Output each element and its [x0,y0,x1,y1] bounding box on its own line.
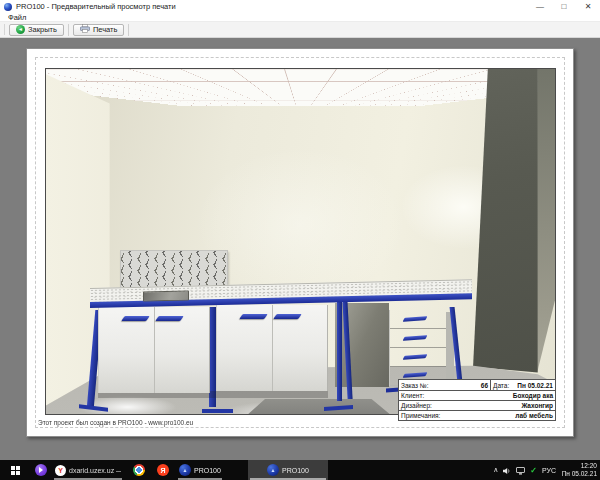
tray-chevron-icon[interactable]: ∧ [493,466,498,474]
base-cabinet-left [98,307,210,393]
title-bar: PRO100 - Предварительный просмотр печати… [0,0,600,13]
desk-leg [337,300,342,401]
antivirus-check-icon[interactable]: ✓ [530,466,537,475]
close-preview-icon: ◄ [16,25,25,34]
maximize-button[interactable]: □ [552,0,576,13]
floor-mat [246,399,392,415]
table-row: Дизайнер: Жахонгир [399,400,555,410]
order-value: 66 [481,382,488,389]
menu-file[interactable]: Файл [5,13,29,22]
designer-cell: Дизайнер: Жахонгир [399,401,555,410]
door-handle [155,316,184,321]
table-row: Заказ №: 66 Дата: Пн 05.02.21 [399,380,555,390]
preview-workspace: Этот проект был создан в PRO100 - www.pr… [0,38,600,460]
order-info-table: Заказ №: 66 Дата: Пн 05.02.21 Клиент: Бо… [398,379,556,421]
table-row: Примечания: лаб мебель [399,410,555,420]
date-cell: Дата: Пн 05.02.21 [491,380,555,390]
ceiling [46,69,555,106]
clock-time: 12:20 [561,462,597,470]
yandex-browser-icon: Я [157,464,169,476]
window-title: PRO100 - Предварительный просмотр печати [16,2,176,11]
drawer-handle [403,316,428,322]
drawer-handle [403,335,428,341]
door-handle [273,314,302,319]
close-button[interactable]: ✕ [576,0,600,13]
browser-window-button[interactable]: Y dxarid.uzex.uz — R... [52,460,124,480]
order-cell: Заказ №: 66 [399,380,491,390]
designer-label: Дизайнер: [401,402,432,409]
drawer-unit [389,310,446,386]
order-label: Заказ №: [401,382,429,389]
toolbar-separator [128,24,129,36]
pro100-icon: ▲ [179,464,191,476]
system-tray: ∧ ✓ РУС 12:20 Пн 05.02.21 [493,460,600,480]
window-controls: — □ ✕ [528,0,600,13]
alice-assistant-button[interactable] [30,460,52,480]
pro100-window-label: PRO100 [194,467,221,474]
preview-page: Этот проект был создан в PRO100 - www.pr… [26,48,574,437]
ceiling-grid [46,69,555,106]
door-handle [121,316,150,321]
language-indicator[interactable]: РУС [542,467,556,474]
sink [143,290,189,301]
client-label: Клиент: [401,392,424,399]
date-label: Дата: [493,382,509,389]
table-row: Клиент: Боходир ака [399,390,555,400]
door-handle [239,314,268,319]
yandex-browser-button[interactable]: Я [152,460,174,480]
printer-icon [80,24,90,35]
chrome-button[interactable] [128,460,150,480]
taskbar-clock[interactable]: 12:20 Пн 05.02.21 [561,462,597,478]
notes-label: Примечания: [401,412,440,419]
toolbar: ◄ Закрыть Печать [0,22,600,38]
notes-cell: Примечания: лаб мебель [399,411,555,420]
client-cell: Клиент: Боходир ака [399,391,555,400]
windows-taskbar: Y dxarid.uzex.uz — R... Я ▲ PRO100 ▲ PRO… [0,460,600,480]
yandex-favicon-icon: Y [55,465,66,476]
browser-window-label: dxarid.uzex.uz — R... [69,467,121,474]
pro100-window-button-2[interactable]: ▲ PRO100 [248,460,328,480]
network-icon[interactable] [516,461,525,479]
alice-icon [35,464,47,476]
client-value: Боходир ака [513,392,553,399]
menu-bar: Файл [0,13,600,22]
designer-value: Жахонгир [521,402,553,409]
toolbar-grip [4,24,5,35]
notes-value: лаб мебель [515,412,553,419]
pro100-window-button-1[interactable]: ▲ PRO100 [176,460,224,480]
drawer-handle [403,372,428,378]
pro100-window-label: PRO100 [282,467,309,474]
chrome-icon [133,464,145,476]
pro100-footer-note: Этот проект был создан в PRO100 - www.pr… [38,419,193,426]
speaker-icon[interactable] [503,461,511,479]
clock-date: Пн 05.02.21 [561,470,597,478]
toolbar-separator [68,24,69,36]
print-button[interactable]: Печать [73,24,125,36]
base-cabinet-right [216,305,328,391]
room-scene [46,69,555,414]
bench-foot [202,409,233,413]
minimize-button[interactable]: — [528,0,552,13]
start-button[interactable] [0,460,30,480]
drawer-handle [403,354,428,360]
drying-rack-panel [120,250,228,290]
close-preview-label: Закрыть [28,25,57,34]
pro100-icon: ▲ [267,464,279,476]
project-render [45,68,556,415]
close-preview-button[interactable]: ◄ Закрыть [9,24,64,36]
windows-logo-icon [11,466,20,475]
print-label: Печать [93,25,118,34]
pro100-print-preview-window: PRO100 - Предварительный просмотр печати… [0,0,600,480]
date-value: Пн 05.02.21 [517,382,553,389]
pro100-app-icon [4,3,12,11]
